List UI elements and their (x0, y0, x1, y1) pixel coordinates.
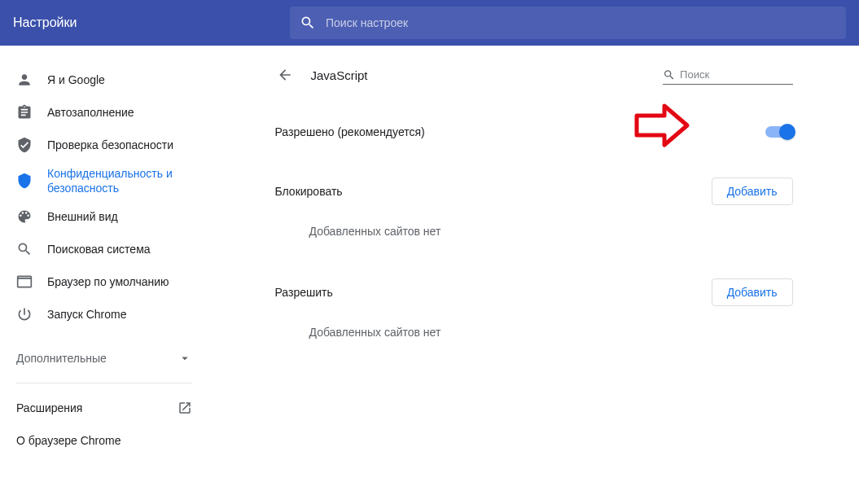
allow-empty-text: Добавленных сайтов нет (274, 311, 795, 348)
allowed-label: Разрешено (рекомендуется) (275, 125, 425, 138)
toggle-knob (779, 124, 795, 140)
allow-add-button[interactable]: Добавить (712, 278, 793, 306)
block-empty-text: Добавленных сайтов нет (274, 210, 795, 248)
shield-icon (16, 173, 33, 189)
power-icon (16, 306, 33, 322)
about-label: О браузере Chrome (16, 434, 121, 447)
sidebar-item-autofill[interactable]: Автозаполнение (0, 96, 208, 129)
sidebar-item-you-and-google[interactable]: Я и Google (0, 64, 208, 96)
sidebar-item-label: Проверка безопасности (47, 138, 173, 151)
sidebar-item-label: Поисковая система (47, 243, 151, 256)
sidebar-item-safety-check[interactable]: Проверка безопасности (0, 129, 208, 161)
advanced-label: Дополнительные (16, 352, 107, 365)
person-icon (16, 72, 33, 88)
search-icon (300, 15, 316, 31)
open-in-new-icon (177, 401, 192, 415)
sidebar-item-label: Я и Google (47, 73, 105, 86)
search-icon (16, 241, 33, 257)
sidebar-item-label: Внешний вид (47, 210, 118, 223)
search-icon (663, 68, 676, 82)
shield-check-icon (16, 137, 33, 153)
sidebar-item-appearance[interactable]: Внешний вид (0, 200, 208, 233)
sidebar-item-privacy-security[interactable]: Конфиденциальность и безопасность (0, 161, 208, 200)
clipboard-icon (16, 104, 33, 121)
page-title: JavaScript (311, 68, 368, 82)
arrow-back-icon (277, 67, 293, 83)
allow-section-title: Разрешить (275, 286, 333, 299)
sidebar-item-about[interactable]: О браузере Chrome (0, 424, 208, 457)
block-section-head: Блокировать Добавить (274, 168, 795, 210)
sidebar-item-label: Автозаполнение (47, 106, 134, 119)
palette-icon (16, 208, 33, 225)
global-search[interactable] (290, 7, 846, 39)
sidebar-item-on-startup[interactable]: Запуск Chrome (0, 298, 208, 331)
sidebar-item-label: Запуск Chrome (47, 308, 126, 321)
title-row: JavaScript (275, 65, 368, 85)
back-button[interactable] (275, 65, 295, 85)
javascript-toggle[interactable] (765, 126, 793, 138)
main-inner: JavaScript Разрешено (рекомендуется) Бло… (274, 46, 795, 348)
browser-icon (16, 274, 33, 290)
sidebar-item-label: Браузер по умолчанию (47, 275, 169, 288)
extensions-label: Расширения (16, 401, 82, 414)
allowed-setting-row: Разрешено (рекомендуется) (274, 111, 795, 153)
sidebar-item-label: Конфиденциальность и безопасность (47, 166, 177, 195)
sidebar-item-extensions[interactable]: Расширения (0, 392, 208, 424)
block-section-title: Блокировать (275, 185, 343, 198)
app-title: Настройки (13, 15, 290, 30)
sidebar-advanced-toggle[interactable]: Дополнительные (0, 342, 208, 375)
sidebar-divider (16, 383, 192, 383)
sidebar-item-search-engine[interactable]: Поисковая система (0, 233, 208, 265)
main: JavaScript Разрешено (рекомендуется) Бло… (208, 46, 859, 504)
topbar: Настройки (0, 0, 859, 46)
page-head: JavaScript (274, 65, 795, 93)
inline-search-input[interactable] (680, 68, 792, 81)
global-search-input[interactable] (326, 16, 836, 29)
caret-down-icon (177, 351, 192, 366)
allow-section-head: Разрешить Добавить (274, 269, 795, 311)
shell: Я и Google Автозаполнение Проверка безоп… (0, 46, 859, 504)
sidebar-item-default-browser[interactable]: Браузер по умолчанию (0, 265, 208, 298)
inline-search[interactable] (663, 65, 793, 85)
block-add-button[interactable]: Добавить (712, 177, 793, 205)
sidebar: Я и Google Автозаполнение Проверка безоп… (0, 46, 208, 504)
